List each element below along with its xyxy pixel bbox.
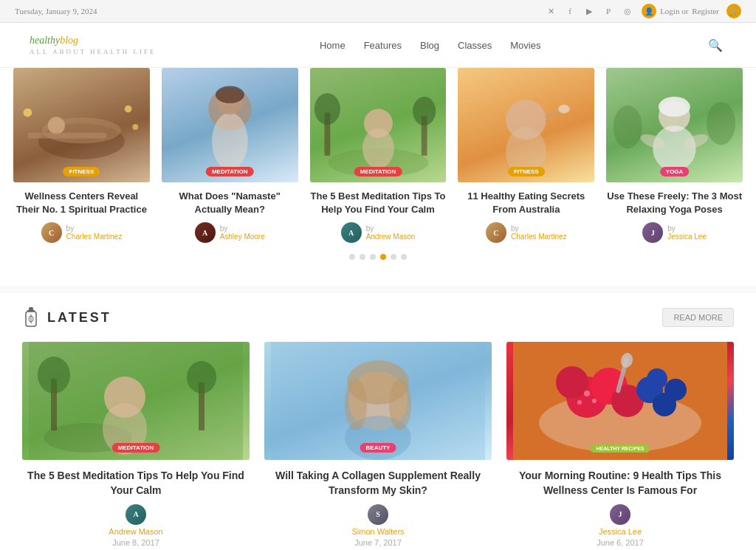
nav-movies[interactable]: Movies bbox=[510, 40, 540, 51]
instagram-icon[interactable]: ◎ bbox=[621, 4, 634, 18]
carousel-image-3: MEDITATION bbox=[310, 68, 447, 182]
carousel-image-1: FITNESS bbox=[13, 68, 150, 182]
login-area: 👤 Login or Register bbox=[642, 4, 719, 18]
svg-point-6 bbox=[132, 124, 138, 130]
svg-point-10 bbox=[216, 86, 244, 103]
cart-icon[interactable]: 🛒 bbox=[726, 4, 741, 18]
register-text[interactable]: Register bbox=[692, 7, 719, 16]
nav-home[interactable]: Home bbox=[320, 40, 346, 51]
carousel-badge-4: FITNESS bbox=[508, 167, 545, 176]
svg-point-56 bbox=[647, 368, 667, 389]
carousel-badge-1: FITNESS bbox=[63, 167, 100, 176]
latest-title-area: LATEST bbox=[22, 309, 111, 326]
svg-point-15 bbox=[314, 93, 340, 125]
latest-card-1[interactable]: MEDITATION The 5 Best Meditation Tips To… bbox=[22, 342, 250, 546]
dot-4[interactable] bbox=[380, 254, 386, 260]
latest-author-area-1: A Andrew Mason June 8, 2017 bbox=[22, 504, 250, 547]
carousel-item-2[interactable]: MEDITATION What Does "Namaste" Actually … bbox=[156, 68, 304, 243]
carousel-by-4: by bbox=[511, 224, 567, 233]
latest-badge-2: BEAUTY bbox=[360, 443, 396, 453]
carousel-item-3[interactable]: MEDITATION The 5 Best Meditation Tips To… bbox=[304, 68, 453, 243]
dot-2[interactable] bbox=[360, 254, 365, 260]
svg-point-8 bbox=[212, 112, 248, 170]
carousel-author-info-5: by Jessica Lee bbox=[667, 224, 707, 241]
carousel-avatar-4: C bbox=[486, 222, 506, 243]
latest-card-3[interactable]: HEALTHY RECIPES Your Morning Routine: 9 … bbox=[506, 342, 734, 546]
svg-point-51 bbox=[556, 366, 588, 399]
latest-avatar-3: J bbox=[610, 504, 630, 525]
twitter-icon[interactable]: ✕ bbox=[544, 4, 557, 18]
latest-avatar-1: A bbox=[126, 504, 146, 525]
carousel-author-name-3: Andrew Mason bbox=[366, 233, 416, 241]
carousel-author-info-2: by Ashley Moore bbox=[220, 224, 265, 241]
latest-image-2: BEAUTY bbox=[264, 342, 492, 460]
carousel-avatar-5: J bbox=[642, 222, 663, 243]
dot-3[interactable] bbox=[370, 254, 376, 260]
carousel-title-4: 11 Healthy Eating Secrets From Australia bbox=[458, 190, 594, 216]
logo-tagline: ALL ABOUT HEALTH LIFE bbox=[30, 48, 156, 55]
svg-point-57 bbox=[664, 379, 687, 401]
latest-grid: MEDITATION The 5 Best Meditation Tips To… bbox=[22, 342, 734, 546]
latest-badge-3: HEALTHY RECIPES bbox=[590, 444, 650, 453]
pinterest-icon[interactable]: P bbox=[602, 4, 615, 18]
nav-features[interactable]: Features bbox=[364, 40, 402, 51]
bottle-icon bbox=[22, 309, 40, 326]
logo-healthy: healthy bbox=[30, 35, 60, 46]
svg-point-24 bbox=[653, 126, 695, 171]
top-bar: Tuesday, January 9, 2024 ✕ f ▶ P ◎ 👤 Log… bbox=[0, 0, 756, 23]
dot-5[interactable] bbox=[391, 254, 396, 260]
svg-point-41 bbox=[187, 361, 216, 393]
carousel-title-5: Use These Freely: The 3 Most Relaxing Yo… bbox=[606, 190, 743, 216]
carousel-item-4[interactable]: FITNESS 11 Healthy Eating Secrets From A… bbox=[452, 68, 600, 243]
carousel-badge-5: YOGA bbox=[660, 167, 690, 176]
carousel-section: FITNESS Wellness Centers Reveal Their No… bbox=[0, 68, 756, 286]
svg-point-13 bbox=[362, 128, 394, 168]
carousel-svg-3 bbox=[310, 68, 447, 182]
carousel-badge-3: MEDITATION bbox=[354, 167, 402, 176]
latest-header: LATEST READ MORE bbox=[22, 308, 734, 327]
carousel-badge-2: MEDITATION bbox=[206, 167, 254, 176]
logo[interactable]: healthyblog ALL ABOUT HEALTH LIFE bbox=[30, 35, 156, 55]
latest-svg-2 bbox=[264, 342, 492, 460]
carousel-author-name-4: Charles Martinez bbox=[511, 233, 567, 241]
search-button[interactable]: 🔍 bbox=[704, 34, 726, 56]
carousel-svg-5 bbox=[606, 68, 743, 182]
login-text[interactable]: Login or bbox=[660, 7, 688, 16]
carousel-author-4: C by Charles Martinez bbox=[458, 222, 594, 243]
carousel-avatar-3: A bbox=[341, 222, 362, 243]
nav-classes[interactable]: Classes bbox=[458, 40, 492, 51]
header: healthyblog ALL ABOUT HEALTH LIFE Home F… bbox=[0, 23, 756, 68]
top-bar-right: ✕ f ▶ P ◎ 👤 Login or Register 🛒 bbox=[544, 4, 741, 18]
nav-blog[interactable]: Blog bbox=[420, 40, 439, 51]
carousel-author-3: A by Andrew Mason bbox=[310, 222, 447, 243]
dot-1[interactable] bbox=[349, 254, 355, 260]
carousel-title-1: Wellness Centers Reveal Their No. 1 Spir… bbox=[13, 190, 150, 216]
carousel-avatar-2: A bbox=[195, 222, 216, 243]
latest-card-title-1: The 5 Best Meditation Tips To Help You F… bbox=[22, 469, 250, 498]
carousel-item-5[interactable]: YOGA Use These Freely: The 3 Most Relaxi… bbox=[600, 68, 749, 243]
carousel-svg-4 bbox=[458, 68, 594, 182]
svg-point-46 bbox=[345, 379, 367, 430]
latest-author-area-2: S Simon Walters June 7, 2017 bbox=[264, 504, 492, 547]
dot-6[interactable] bbox=[401, 254, 407, 260]
carousel-by-2: by bbox=[220, 224, 265, 233]
main-nav: Home Features Blog Classes Movies bbox=[320, 40, 540, 51]
carousel-by-3: by bbox=[366, 224, 416, 233]
svg-point-21 bbox=[559, 105, 571, 114]
youtube-icon[interactable]: ▶ bbox=[583, 4, 596, 18]
carousel-by-5: by bbox=[667, 224, 707, 233]
latest-author-2: Simon Walters bbox=[351, 527, 404, 536]
carousel-author-name-2: Ashley Moore bbox=[220, 233, 265, 241]
latest-date-3: June 6, 2017 bbox=[597, 538, 644, 547]
read-more-button[interactable]: READ MORE bbox=[662, 308, 734, 327]
latest-card-2[interactable]: BEAUTY Will Taking A Collagen Supplement… bbox=[264, 342, 492, 546]
carousel-title-3: The 5 Best Meditation Tips To Help You F… bbox=[310, 190, 447, 216]
latest-section-title: LATEST bbox=[47, 310, 111, 326]
carousel-dots bbox=[7, 243, 749, 271]
carousel-svg-2 bbox=[162, 68, 298, 182]
latest-image-3: HEALTHY RECIPES bbox=[506, 342, 734, 460]
facebook-icon[interactable]: f bbox=[563, 4, 577, 18]
social-icons: ✕ f ▶ P ◎ bbox=[544, 4, 634, 18]
latest-date-2: June 7, 2017 bbox=[354, 538, 402, 547]
carousel-item-1[interactable]: FITNESS Wellness Centers Reveal Their No… bbox=[7, 68, 156, 243]
